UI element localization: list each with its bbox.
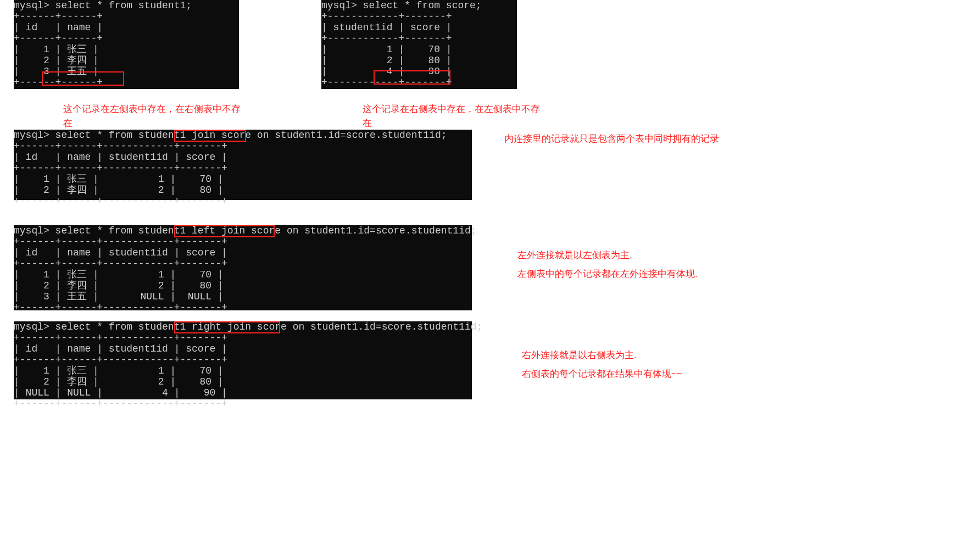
terminal-left-join: mysql> select * from student1 left join …	[14, 225, 472, 310]
terminal-right-join: mysql> select * from student1 right join…	[14, 321, 472, 399]
annotation-right-join: 右外连接就是以右侧表为主. 右侧表的每个记录都在结果中有体现~~	[522, 346, 682, 383]
annotation-inner-join: 内连接里的记录就只是包含两个表中同时拥有的记录	[504, 132, 719, 146]
annotation-left-only: 这个记录在左侧表中存在，在右侧表中不存 在	[63, 102, 250, 130]
annotation-right-only: 这个记录在右侧表中存在，在左侧表中不存 在	[363, 102, 549, 130]
terminal-score: mysql> select * from score; +-----------…	[321, 0, 517, 89]
terminal-student1: mysql> select * from student1; +------+-…	[14, 0, 239, 89]
terminal-inner-join: mysql> select * from student1 join score…	[14, 130, 472, 200]
annotation-left-join: 左外连接就是以左侧表为主. 左侧表中的每个记录都在左外连接中有体现.	[517, 246, 698, 283]
